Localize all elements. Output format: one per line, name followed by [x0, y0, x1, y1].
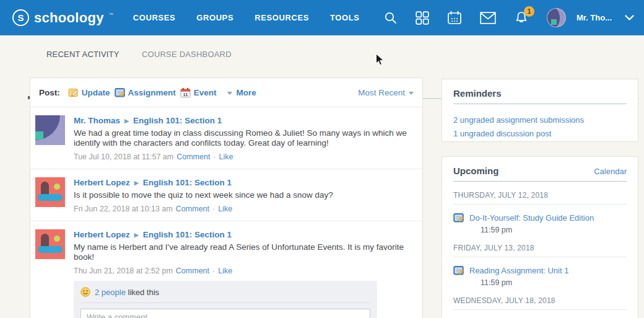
upcoming-item: Do-It-Yourself: Study Guide Edition 11:5…	[442, 213, 638, 234]
avatar[interactable]	[35, 115, 65, 145]
post-timestamp: Tue Jul 10, 2018 at 11:57 am	[74, 152, 173, 161]
caret-down-icon	[227, 92, 232, 95]
tab-bar: RECENT ACTIVITY COURSE DASHBOARD	[0, 35, 644, 77]
app-grid-icon[interactable]	[416, 11, 429, 25]
upcoming-day-header: WEDNESDAY, JULY 18, 2018	[442, 296, 638, 305]
smiley-face-icon	[80, 287, 90, 297]
comment-input[interactable]	[80, 309, 370, 318]
like-link[interactable]: Like	[219, 152, 233, 161]
nav-item-resources[interactable]: RESOURCES	[255, 13, 309, 22]
post-course-link[interactable]: English 101: Section 1	[143, 230, 232, 240]
nav-item-courses[interactable]: COURSES	[133, 13, 176, 22]
reminders-title: Reminders	[453, 88, 502, 99]
breadcrumb-arrow-icon: ▶	[134, 230, 139, 240]
reminders-card: Reminders 2 ungraded assignment submissi…	[442, 79, 638, 142]
avatar-shape	[551, 19, 557, 25]
liked-by-link[interactable]: 2 people	[95, 288, 126, 297]
tab-course-dashboard[interactable]: COURSE DASHBOARD	[142, 50, 232, 59]
avatar[interactable]	[35, 177, 65, 207]
separator: ·	[213, 152, 215, 161]
nav-item-tools[interactable]: TOOLS	[330, 13, 360, 22]
post-body: We had a great time today in class discu…	[74, 128, 413, 148]
divider	[453, 309, 627, 310]
avatar[interactable]	[35, 229, 65, 259]
composer-assignment-label[interactable]: Assignment	[128, 88, 176, 97]
main-nav: COURSES GROUPS RESOURCES TOOLS	[133, 13, 360, 22]
post-author-link[interactable]: Herbert Lopez	[74, 230, 130, 240]
divider	[453, 204, 627, 205]
post-body: Is it possible to move the quiz to next …	[74, 190, 413, 200]
likes-and-comment-section: 2 people liked this	[74, 281, 377, 318]
post-composer: Post: Update Assignment	[30, 78, 422, 107]
composer-assignment[interactable]: Assignment	[115, 87, 176, 98]
upcoming-title: Upcoming	[453, 166, 498, 176]
post-author-link[interactable]: Herbert Lopez	[74, 178, 130, 188]
separator: ·	[212, 267, 215, 275]
liked-suffix: liked this	[128, 288, 160, 297]
calendar-link[interactable]: Calendar	[594, 167, 627, 176]
user-name[interactable]: Mr. Tho...	[577, 13, 612, 22]
search-icon[interactable]	[384, 11, 398, 25]
assignment-icon	[453, 213, 464, 223]
reminder-ungraded-assignments-link[interactable]: 2 ungraded assignment submissions	[453, 113, 627, 127]
composer-more-label[interactable]: More	[237, 88, 256, 97]
avatar-shape	[54, 183, 60, 190]
calendar-icon[interactable]	[447, 11, 462, 25]
activity-feed-card: Post: Update Assignment	[30, 77, 423, 318]
breadcrumb-arrow-icon: ▶	[124, 116, 129, 126]
feed-post: Mr. Thomas ▶ English 101: Section 1 We h…	[30, 107, 422, 169]
like-link[interactable]: Like	[218, 205, 232, 213]
post-body: My name is Herbert and I've already read…	[74, 242, 413, 262]
upcoming-card: Upcoming Calendar THURSDAY, JULY 12, 201…	[442, 156, 638, 318]
upcoming-item-link[interactable]: Reading Assignment: Unit 1	[469, 266, 568, 275]
composer-event-label[interactable]: Event	[194, 88, 217, 97]
notifications-bell[interactable]: 1	[514, 11, 529, 25]
chevron-down-icon[interactable]	[625, 15, 634, 21]
feed-post: Herbert Lopez ▶ English 101: Section 1 M…	[30, 221, 422, 318]
upcoming-day-header: THURSDAY, JULY 12, 2018	[442, 191, 638, 200]
post-author-link[interactable]: Mr. Thomas	[74, 116, 120, 126]
logo-trademark: ™	[109, 12, 113, 17]
avatar-shape	[54, 236, 60, 242]
comment-link[interactable]: Comment	[176, 205, 209, 213]
sort-dropdown[interactable]: Most Recent	[358, 88, 414, 97]
sort-label: Most Recent	[358, 88, 405, 97]
upcoming-item-time: 11:59 pm	[481, 226, 627, 234]
avatar-shape	[38, 194, 63, 201]
post-course-link[interactable]: English 101: Section 1	[143, 178, 232, 188]
feed-post: Herbert Lopez ▶ English 101: Section 1 I…	[30, 169, 422, 221]
navbar-right: 1 Mr. Tho...	[384, 8, 634, 27]
schoology-s-icon: S	[12, 9, 29, 26]
separator: ·	[212, 205, 215, 213]
nav-item-groups[interactable]: GROUPS	[196, 13, 233, 22]
caret-down-icon	[409, 92, 414, 95]
notification-badge[interactable]: 1	[524, 6, 534, 17]
post-timestamp: Fri Jun 22, 2018 at 10:13 am	[74, 205, 173, 213]
like-link[interactable]: Like	[218, 267, 232, 275]
update-icon	[68, 87, 79, 98]
post-course-link[interactable]: English 101: Section 1	[133, 116, 222, 126]
comment-link[interactable]: Comment	[176, 267, 209, 275]
breadcrumb-arrow-icon: ▶	[134, 178, 139, 188]
avatar-shape	[38, 246, 63, 253]
mouse-cursor	[375, 53, 384, 66]
messages-icon[interactable]	[480, 12, 496, 24]
event-icon: 11	[180, 87, 191, 98]
assignment-icon	[453, 265, 464, 276]
reminder-ungraded-discussion-link[interactable]: 1 ungraded discussion post	[453, 127, 627, 141]
user-avatar[interactable]	[547, 8, 566, 27]
composer-more[interactable]: More	[221, 88, 256, 97]
composer-event[interactable]: 11 Event	[180, 87, 217, 98]
divider	[453, 181, 627, 182]
divider	[453, 257, 627, 257]
schoology-logo[interactable]: S schoology ™	[12, 7, 113, 28]
upcoming-item-link[interactable]: Do-It-Yourself: Study Guide Edition	[469, 213, 594, 223]
composer-update-label[interactable]: Update	[82, 88, 110, 97]
logo-text: schoology	[34, 7, 104, 28]
svg-text:11: 11	[183, 91, 188, 97]
upcoming-item: Reading Assignment: Unit 1 11:59 pm	[442, 265, 638, 287]
tab-recent-activity[interactable]: RECENT ACTIVITY	[46, 50, 120, 59]
comment-link[interactable]: Comment	[176, 152, 210, 161]
composer-update[interactable]: Update	[68, 87, 110, 98]
post-label: Post:	[39, 88, 60, 97]
